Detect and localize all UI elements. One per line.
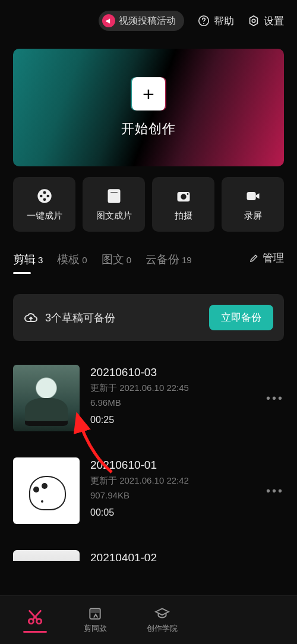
svg-rect-19 <box>91 610 99 613</box>
svg-point-6 <box>39 194 42 197</box>
tool-label: 录屏 <box>244 210 262 222</box>
nav-label: 创作学院 <box>147 623 178 634</box>
plus-icon: + <box>132 77 165 111</box>
draft-duration: 00:25 <box>90 415 284 425</box>
tool-screen-record[interactable]: 录屏 <box>222 177 284 232</box>
svg-text:A: A <box>112 193 116 200</box>
settings-label: 设置 <box>264 14 284 28</box>
svg-point-14 <box>187 193 188 195</box>
nav-edit[interactable] <box>8 608 62 633</box>
nav-underline <box>23 631 47 633</box>
tab-underline <box>13 272 31 274</box>
tool-label: 图文成片 <box>96 210 132 222</box>
svg-marker-2 <box>250 16 258 26</box>
settings-button[interactable]: 设置 <box>247 14 284 28</box>
promo-pill[interactable]: 视频投稿活动 <box>99 11 184 31</box>
svg-point-5 <box>43 191 46 194</box>
camera-icon <box>175 188 192 204</box>
tools-row: 一键成片 A 图文成片 拍摄 录屏 <box>0 177 297 232</box>
backup-text: 3个草稿可备份 <box>45 311 115 325</box>
tool-one-click[interactable]: 一键成片 <box>13 177 75 232</box>
svg-point-13 <box>181 194 186 199</box>
template-icon <box>87 606 103 621</box>
video-icon <box>245 188 261 204</box>
promo-label: 视频投稿活动 <box>119 15 176 27</box>
tool-label: 一键成片 <box>27 210 62 222</box>
tool-shoot[interactable]: 拍摄 <box>152 177 214 232</box>
draft-thumbnail <box>13 365 80 431</box>
tab-edit[interactable]: 剪辑 3 <box>13 252 43 267</box>
megaphone-icon <box>102 14 115 27</box>
draft-item[interactable]: 20210401-02 <box>13 537 284 561</box>
top-bar: 视频投稿活动 帮助 设置 <box>0 0 297 38</box>
text-page-icon: A <box>106 188 122 204</box>
graduation-icon <box>154 606 170 621</box>
svg-point-8 <box>43 198 46 201</box>
nav-academy[interactable]: 创作学院 <box>128 606 195 634</box>
draft-list: 20210610-03 更新于 2021.06.10 22:45 6.96MB … <box>0 352 297 561</box>
draft-updated: 更新于 2021.06.10 22:45 <box>90 383 284 394</box>
draft-size: 907.94KB <box>90 490 284 500</box>
nav-same-style[interactable]: 剪同款 <box>62 606 128 634</box>
gear-icon <box>247 14 260 27</box>
draft-thumbnail <box>13 457 80 524</box>
svg-point-1 <box>203 23 204 24</box>
help-icon <box>197 14 210 27</box>
svg-rect-15 <box>247 192 255 200</box>
help-button[interactable]: 帮助 <box>197 14 234 28</box>
help-label: 帮助 <box>214 14 234 28</box>
scissors-icon <box>26 608 45 627</box>
tabs: 剪辑 3 模板 0 图文 0 云备份 19 管理 <box>0 251 297 267</box>
draft-item[interactable]: 20210610-01 更新于 2021.06.10 22:42 907.94K… <box>13 444 284 537</box>
draft-title: 20210401-02 <box>90 551 284 561</box>
hero-create[interactable]: + 开始创作 <box>13 49 284 166</box>
film-reel-icon <box>36 188 53 204</box>
tool-text-to-video[interactable]: A 图文成片 <box>83 177 145 232</box>
cloud-upload-icon <box>24 311 38 325</box>
draft-updated: 更新于 2021.06.10 22:42 <box>90 475 284 487</box>
draft-size: 6.96MB <box>90 397 284 408</box>
draft-duration: 00:05 <box>90 507 284 518</box>
nav-label: 剪同款 <box>84 623 107 634</box>
draft-thumbnail <box>13 550 80 561</box>
hero-label: 开始创作 <box>121 120 176 138</box>
draft-title: 20210610-01 <box>90 459 284 472</box>
tab-text[interactable]: 图文 0 <box>102 252 131 267</box>
svg-rect-10 <box>110 191 118 193</box>
pencil-icon <box>249 252 260 263</box>
svg-point-7 <box>46 194 49 197</box>
draft-title: 20210610-03 <box>90 366 284 379</box>
backup-button[interactable]: 立即备份 <box>209 305 273 330</box>
more-icon[interactable]: ••• <box>266 484 284 498</box>
svg-point-3 <box>252 19 255 23</box>
more-icon[interactable]: ••• <box>266 392 284 405</box>
backup-banner: 3个草稿可备份 立即备份 <box>13 294 284 341</box>
tab-cloud[interactable]: 云备份 19 <box>146 252 192 267</box>
manage-button[interactable]: 管理 <box>249 251 284 265</box>
bottom-nav: 剪同款 创作学院 <box>0 595 297 644</box>
draft-item[interactable]: 20210610-03 更新于 2021.06.10 22:45 6.96MB … <box>13 352 284 444</box>
tool-label: 拍摄 <box>175 210 192 222</box>
tab-template[interactable]: 模板 0 <box>57 252 87 267</box>
